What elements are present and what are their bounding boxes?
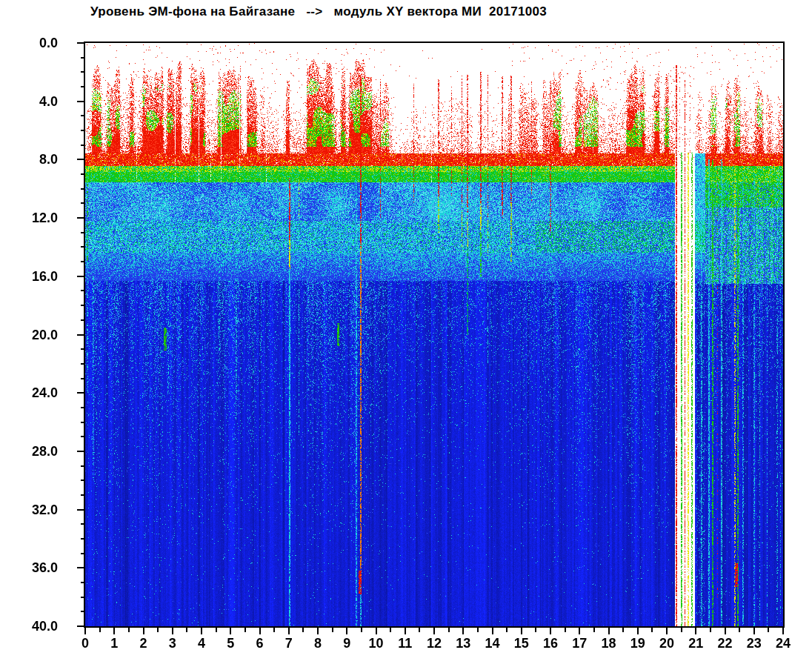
x-tick-label: 19 (622, 636, 654, 651)
x-axis-tick-minor (99, 628, 101, 632)
x-tick-label: 15 (505, 636, 538, 651)
x-axis-tick-major (782, 628, 784, 634)
x-tick-label: 22 (709, 636, 742, 651)
x-axis-tick-major (113, 628, 115, 634)
x-axis-tick-major (433, 628, 435, 634)
x-axis-tick-major (230, 628, 231, 634)
x-axis-tick-minor (244, 628, 246, 632)
y-tick-label: 20.0 (0, 327, 58, 343)
y-axis-tick-major (77, 276, 84, 277)
x-axis-tick-minor (506, 628, 508, 632)
x-axis-tick-minor (390, 628, 391, 632)
x-axis-tick-minor (332, 628, 333, 632)
x-axis-tick-minor (565, 628, 566, 632)
y-tick-label: 24.0 (0, 385, 58, 401)
x-axis-tick-major (666, 628, 668, 634)
x-tick-label: 20 (650, 636, 683, 651)
x-axis-tick-minor (216, 628, 217, 632)
x-tick-label: 0 (69, 636, 102, 651)
y-tick-label: 32.0 (0, 502, 58, 518)
x-axis-tick-major (317, 628, 319, 634)
x-tick-label: 12 (418, 636, 450, 651)
x-tick-label: 3 (156, 636, 189, 651)
x-axis-tick-minor (768, 628, 769, 632)
x-axis-tick-major (579, 628, 580, 634)
x-axis-tick-major (550, 628, 551, 634)
y-axis-tick-major (77, 451, 84, 452)
x-tick-label: 17 (563, 636, 596, 651)
x-tick-label: 23 (738, 636, 771, 651)
y-axis-tick-major (77, 509, 84, 511)
x-axis-tick-major (725, 628, 726, 634)
x-axis-tick-minor (157, 628, 159, 632)
x-axis-tick-minor (448, 628, 450, 632)
y-axis-tick-major (77, 217, 84, 219)
plot-area (84, 42, 785, 628)
y-tick-label: 36.0 (0, 560, 58, 576)
y-axis-tick-major (77, 159, 84, 160)
x-axis-tick-major (405, 628, 406, 634)
y-axis-tick-major (77, 101, 84, 102)
y-tick-label: 0.0 (0, 35, 58, 51)
x-axis-tick-major (84, 628, 86, 634)
y-tick-label: 28.0 (0, 443, 58, 459)
x-axis-tick-minor (128, 628, 130, 632)
x-tick-label: 18 (593, 636, 625, 651)
x-tick-label: 1 (98, 636, 130, 651)
x-axis-tick-minor (651, 628, 653, 632)
x-axis-tick-minor (622, 628, 624, 632)
y-tick-label: 12.0 (0, 210, 58, 226)
spectrogram-canvas (85, 43, 783, 626)
x-axis-tick-major (753, 628, 755, 634)
x-axis-tick-minor (681, 628, 682, 632)
x-axis-tick-major (608, 628, 610, 634)
y-axis-tick-major (77, 42, 84, 44)
x-tick-label: 6 (244, 636, 276, 651)
x-tick-label: 10 (360, 636, 393, 651)
x-tick-label: 24 (767, 636, 799, 651)
x-tick-label: 13 (447, 636, 479, 651)
y-tick-label: 40.0 (0, 618, 58, 634)
spectrogram-page: Уровень ЭМ-фона на Байгазане --> модуль … (0, 0, 812, 667)
y-tick-label: 8.0 (0, 151, 58, 167)
y-axis-tick-major (77, 625, 84, 627)
x-tick-label: 14 (476, 636, 509, 651)
x-axis-tick-minor (739, 628, 740, 632)
x-axis-tick-minor (186, 628, 187, 632)
x-axis-tick-major (172, 628, 173, 634)
x-axis-tick-major (288, 628, 290, 634)
x-tick-label: 8 (302, 636, 334, 651)
x-axis-tick-major (462, 628, 464, 634)
x-tick-label: 9 (330, 636, 363, 651)
x-axis-tick-major (201, 628, 202, 634)
x-axis-tick-minor (535, 628, 536, 632)
x-axis-tick-major (637, 628, 639, 634)
chart-title: Уровень ЭМ-фона на Байгазане --> модуль … (90, 4, 547, 19)
x-axis-tick-minor (477, 628, 479, 632)
x-axis-tick-major (259, 628, 261, 634)
x-axis-tick-minor (273, 628, 275, 632)
x-axis-tick-major (521, 628, 522, 634)
x-axis-tick-major (492, 628, 493, 634)
y-axis-tick-major (77, 392, 84, 394)
x-tick-label: 5 (214, 636, 247, 651)
x-axis-tick-minor (593, 628, 595, 632)
x-axis-tick-minor (710, 628, 711, 632)
x-axis-tick-major (376, 628, 377, 634)
x-tick-label: 2 (127, 636, 160, 651)
x-tick-label: 4 (185, 636, 218, 651)
x-tick-label: 7 (273, 636, 305, 651)
x-axis-tick-major (695, 628, 696, 634)
x-tick-label: 21 (679, 636, 712, 651)
y-axis-tick-major (77, 567, 84, 568)
x-tick-label: 11 (389, 636, 422, 651)
x-tick-label: 16 (534, 636, 567, 651)
y-tick-label: 16.0 (0, 268, 58, 285)
x-axis-tick-minor (361, 628, 362, 632)
x-axis-tick-minor (419, 628, 420, 632)
x-axis-tick-major (346, 628, 347, 634)
x-axis-tick-minor (302, 628, 304, 632)
y-tick-label: 4.0 (0, 93, 58, 110)
x-axis-tick-major (143, 628, 144, 634)
y-axis-tick-major (77, 334, 84, 336)
